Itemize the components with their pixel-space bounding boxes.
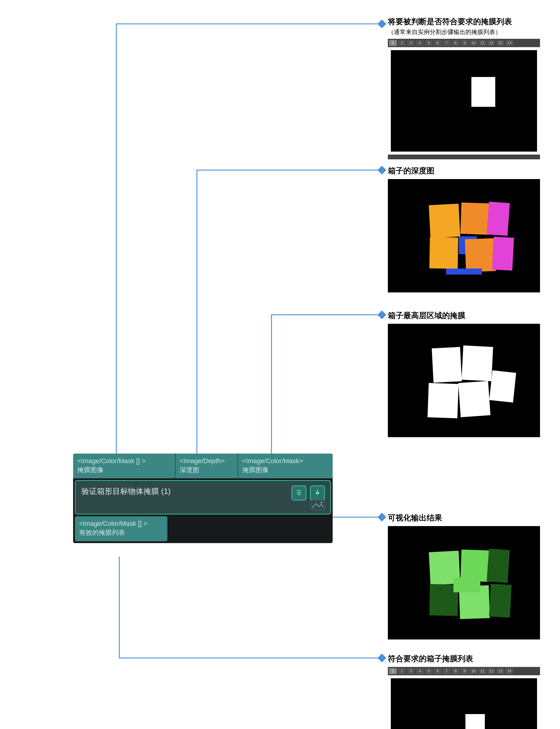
thumbnail-footer — [388, 155, 540, 159]
node-validate-box-mask: <Image/Color/Mask [] > 掩膜图像 <Image/Depth… — [73, 454, 333, 543]
node-input-label: 掩膜图像 — [77, 466, 171, 474]
svg-rect-16 — [428, 383, 459, 418]
thumbnail-visualization — [388, 526, 540, 639]
tab-10[interactable]: 10 — [470, 40, 477, 46]
tab-14[interactable]: 14 — [505, 40, 513, 46]
svg-rect-12 — [446, 269, 482, 275]
download-arrow-icon — [314, 489, 321, 497]
svg-rect-1 — [297, 490, 301, 491]
node-input-type: <Image/Color/Mask> — [242, 457, 328, 466]
tab-5[interactable]: 5 — [425, 40, 433, 46]
annotation-mask-list-input: 将要被判断是否符合要求的掩膜列表 （通常来自实例分割步骤输出的掩膜列表） — [388, 16, 512, 36]
tab-3[interactable]: 3 — [407, 668, 415, 674]
node-input-label: 深度图 — [180, 466, 234, 474]
tab-2[interactable]: 2 — [398, 668, 406, 674]
thumbnail-tabstrip: 1 2 3 4 5 6 7 8 9 10 11 12 13 14 — [388, 667, 540, 675]
annotation-title: 符合要求的箱子掩膜列表 — [388, 654, 473, 664]
tab-1[interactable]: 1 — [389, 40, 397, 46]
svg-rect-26 — [453, 577, 480, 592]
chevrons-down-icon — [295, 489, 303, 497]
tab-10[interactable]: 10 — [470, 668, 477, 674]
mask-blob — [471, 77, 495, 107]
tab-7[interactable]: 7 — [443, 668, 451, 674]
annotation-depth-input: 箱子的深度图 — [388, 166, 434, 176]
tab-11[interactable]: 11 — [479, 40, 486, 46]
download-button[interactable] — [310, 486, 325, 500]
annotation-title: 可视化输出结果 — [388, 513, 442, 523]
tab-12[interactable]: 12 — [488, 668, 495, 674]
thumbnail-depth — [388, 179, 540, 292]
tab-14[interactable]: 14 — [505, 668, 513, 674]
expand-button[interactable] — [291, 486, 306, 500]
annotation-valid-mask-output: 符合要求的箱子掩膜列表 — [388, 654, 473, 664]
svg-rect-17 — [458, 381, 490, 417]
image-preview-button[interactable] — [311, 500, 325, 510]
node-input-mask-list[interactable]: <Image/Color/Mask [] > 掩膜图像 — [73, 454, 175, 478]
node-title: 验证箱形目标物体掩膜 (1) — [81, 486, 324, 497]
svg-rect-4 — [388, 179, 540, 292]
tab-4[interactable]: 4 — [416, 40, 424, 46]
node-output-valid-mask-list[interactable]: <Image/Color/Mask [] > 有效的掩膜列表 — [75, 516, 167, 541]
thumbnail-image — [391, 678, 537, 729]
annotation-title: 箱子的深度图 — [388, 166, 434, 176]
annotation-title: 箱子最高层区域的掩膜 — [388, 310, 465, 321]
node-output-label: 有效的掩膜列表 — [79, 528, 163, 537]
tab-2[interactable]: 2 — [398, 40, 406, 46]
depth-map-icon — [388, 179, 540, 292]
thumbnail-tabstrip: 1 2 3 4 5 6 7 8 9 10 11 12 13 14 — [388, 39, 540, 47]
node-body[interactable]: 验证箱形目标物体掩膜 (1) — [75, 480, 331, 514]
node-input-depth[interactable]: <Image/Depth> 深度图 — [175, 454, 238, 478]
node-input-row: <Image/Color/Mask [] > 掩膜图像 <Image/Depth… — [73, 454, 333, 478]
top-mask-icon — [388, 324, 540, 437]
svg-point-3 — [320, 502, 322, 503]
tab-5[interactable]: 5 — [425, 668, 433, 674]
node-input-type: <Image/Color/Mask [] > — [77, 457, 171, 466]
image-icon — [311, 500, 325, 510]
annotation-subtitle: （通常来自实例分割步骤输出的掩膜列表） — [388, 28, 512, 36]
svg-rect-10 — [465, 238, 496, 272]
svg-rect-15 — [462, 345, 493, 381]
svg-rect-7 — [487, 202, 510, 236]
mask-blob — [465, 714, 485, 729]
tab-3[interactable]: 3 — [407, 40, 415, 46]
svg-rect-25 — [489, 584, 512, 618]
tab-13[interactable]: 13 — [496, 40, 504, 46]
thumbnail-top-mask — [388, 324, 540, 437]
tab-11[interactable]: 11 — [479, 668, 486, 674]
svg-rect-6 — [460, 202, 490, 235]
annotation-title: 将要被判断是否符合要求的掩膜列表 — [388, 16, 512, 27]
annotation-top-mask-input: 箱子最高层区域的掩膜 — [388, 310, 465, 321]
annotation-visualization-output: 可视化输出结果 — [388, 513, 442, 523]
tab-9[interactable]: 9 — [461, 40, 468, 46]
svg-rect-14 — [432, 347, 462, 383]
tab-1[interactable]: 1 — [389, 668, 397, 674]
svg-rect-11 — [492, 237, 514, 270]
tab-6[interactable]: 6 — [434, 668, 442, 674]
node-input-type: <Image/Depth> — [180, 457, 234, 466]
svg-rect-18 — [489, 370, 516, 403]
tab-4[interactable]: 4 — [416, 668, 424, 674]
thumbnail-mask-list: 1 2 3 4 5 6 7 8 9 10 11 12 13 14 — [388, 39, 540, 159]
tab-7[interactable]: 7 — [443, 40, 451, 46]
tab-8[interactable]: 8 — [452, 668, 459, 674]
thumbnail-image — [391, 50, 537, 152]
tab-6[interactable]: 6 — [434, 40, 442, 46]
svg-rect-8 — [429, 237, 458, 269]
svg-rect-13 — [388, 324, 540, 437]
tab-12[interactable]: 12 — [488, 40, 495, 46]
tab-13[interactable]: 13 — [496, 668, 504, 674]
node-input-mask[interactable]: <Image/Color/Mask> 掩膜图像 — [238, 454, 333, 478]
svg-rect-22 — [487, 549, 510, 583]
tab-8[interactable]: 8 — [452, 40, 459, 46]
tab-9[interactable]: 9 — [461, 668, 468, 674]
visualization-icon — [388, 526, 540, 639]
svg-rect-5 — [429, 204, 460, 238]
node-output-type: <Image/Color/Mask [] > — [79, 519, 163, 528]
node-input-label: 掩膜图像 — [242, 466, 328, 474]
svg-rect-21 — [460, 549, 490, 582]
thumbnail-valid-mask-list: 1 2 3 4 5 6 7 8 9 10 11 12 13 14 — [388, 667, 540, 729]
